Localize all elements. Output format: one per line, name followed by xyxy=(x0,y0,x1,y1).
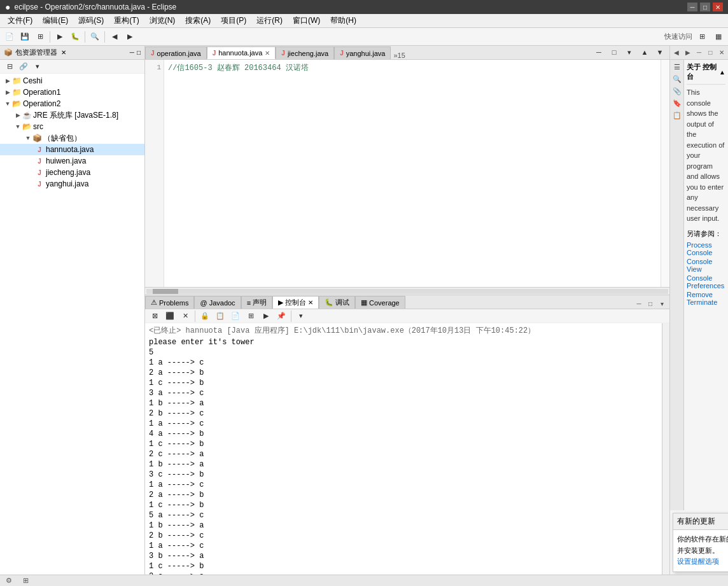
tab-console[interactable]: ▶ 控制台 ✕ xyxy=(272,296,319,309)
editor-menu[interactable]: ▾ xyxy=(622,46,636,59)
console-panel-minimize[interactable]: ─ xyxy=(634,298,644,309)
debug-button[interactable]: 🐛 xyxy=(68,30,82,44)
tab-hannuota-close[interactable]: ✕ xyxy=(265,50,270,57)
console-output-line: 3 a -----> c xyxy=(149,388,658,398)
console-scroll-lock[interactable]: 🔒 xyxy=(198,309,212,323)
link-console-view[interactable]: Console View xyxy=(687,258,725,273)
right-panel-close[interactable]: ✕ xyxy=(717,47,727,59)
run-button[interactable]: ▶ xyxy=(53,30,67,44)
close-button[interactable]: ✕ xyxy=(713,3,723,11)
console-scrollbar[interactable] xyxy=(662,323,669,575)
console-panel-menu[interactable]: ▾ xyxy=(657,298,667,309)
tab-javadoc[interactable]: @ Javadoc xyxy=(194,296,241,309)
right-panel: ◀ ▶ ─ □ ✕ ☰ 🔍 📎 🔖 📋 关于 控制台 ▲ xyxy=(669,46,728,575)
tab-yanghui[interactable]: J yanghui.java xyxy=(334,46,391,59)
tree-item-hannuota[interactable]: J hannuota.java xyxy=(0,144,144,155)
maximize-button[interactable]: □ xyxy=(700,3,710,11)
tree-item-default-pkg[interactable]: ▼ 📦 （缺省包） xyxy=(0,132,144,144)
tree-item-huiwen[interactable]: J huiwen.java xyxy=(0,155,144,167)
perspective-btn[interactable]: ⊞ xyxy=(695,30,709,44)
nav-related[interactable]: 📎 xyxy=(671,85,683,97)
tree-item-operation1[interactable]: ▶ 📁 Operation1 xyxy=(0,87,144,98)
menu-edit[interactable]: 编辑(E) xyxy=(38,14,73,27)
status-icon-1[interactable]: ⚙ xyxy=(4,576,14,586)
sidebar-menu[interactable]: ▾ xyxy=(31,60,45,74)
console-output[interactable]: <已终止> hannuota [Java 应用程序] E:\jdk\111\bi… xyxy=(145,323,662,575)
about-console-scroll-up[interactable]: ▲ xyxy=(719,69,725,76)
search-toolbar-btn[interactable]: 🔍 xyxy=(88,30,102,44)
sidebar-link-editor[interactable]: 🔗 xyxy=(17,60,31,74)
console-icon: ▶ xyxy=(278,298,283,307)
sidebar-minimize[interactable]: ─ xyxy=(130,49,134,56)
menu-help[interactable]: 帮助(H) xyxy=(325,14,361,27)
console-run[interactable]: ▶ xyxy=(259,309,273,323)
scrollbar-thumb[interactable] xyxy=(153,289,178,294)
console-output-line: 1 b -----> a xyxy=(149,398,658,408)
update-notify-link[interactable]: 设置提醒选项 xyxy=(677,557,719,565)
console-pin[interactable]: 📌 xyxy=(274,309,288,323)
right-nav-forward[interactable]: ▶ xyxy=(683,47,693,59)
tab-hannuota[interactable]: J hannuota.java ✕ xyxy=(207,46,276,59)
prev-edit-button[interactable]: ◀ xyxy=(108,30,122,44)
right-panel-maximize[interactable]: □ xyxy=(705,47,715,59)
tree-item-src[interactable]: ▼ 📂 src xyxy=(0,121,144,132)
bottom-panel: ⚠ Problems @ Javadoc ≡ 声明 ▶ 控制台 ✕ xyxy=(145,295,669,575)
menu-refactor[interactable]: 重构(T) xyxy=(109,14,144,27)
nav-search[interactable]: 🔍 xyxy=(671,73,683,85)
console-select-all[interactable]: ⊞ xyxy=(244,309,258,323)
tab-overflow[interactable]: »15 xyxy=(391,52,407,59)
tree-item-ceshi[interactable]: ▶ 📁 Ceshi xyxy=(0,75,144,87)
save-button[interactable]: 💾 xyxy=(18,30,32,44)
tab-yanghui-label: yanghui.java xyxy=(346,50,386,57)
menu-file[interactable]: 文件(F) xyxy=(3,14,38,27)
menu-run[interactable]: 运行(R) xyxy=(251,14,288,27)
right-nav-back[interactable]: ◀ xyxy=(671,47,682,59)
console-panel-maximize[interactable]: □ xyxy=(645,298,655,309)
console-copy[interactable]: 📋 xyxy=(213,309,227,323)
tab-coverage[interactable]: ▦ Coverage xyxy=(355,296,405,309)
sidebar-maximize[interactable]: □ xyxy=(137,49,141,56)
editor-scrollbar-h[interactable] xyxy=(145,287,669,295)
tab-jiecheng[interactable]: J jiecheng.java xyxy=(276,46,334,59)
tab-problems[interactable]: ⚠ Problems xyxy=(145,296,194,309)
nav-content[interactable]: ☰ xyxy=(671,61,683,73)
menu-search[interactable]: 搜索(A) xyxy=(180,14,216,27)
console-stop[interactable]: ⬛ xyxy=(163,309,177,323)
console-menu2[interactable]: ▾ xyxy=(294,309,308,323)
huiwen-icon: J xyxy=(34,158,45,165)
console-clear[interactable]: ⊠ xyxy=(148,309,162,323)
minimize-button[interactable]: ─ xyxy=(687,3,697,11)
editor-maximize[interactable]: □ xyxy=(607,46,621,59)
link-process-console[interactable]: Process Console xyxy=(687,241,725,256)
link-console-prefs[interactable]: Console Preferences xyxy=(687,274,725,290)
tree-item-jre[interactable]: ▶ ☕ JRE 系统库 [JavaSE-1.8] xyxy=(0,109,144,121)
console-paste[interactable]: 📄 xyxy=(228,309,242,323)
new-button[interactable]: 📄 xyxy=(3,30,17,44)
link-remove-terminate[interactable]: Remove Terminate xyxy=(687,291,725,306)
next-edit-button[interactable]: ▶ xyxy=(123,30,137,44)
tree-item-yanghui[interactable]: J yanghui.java xyxy=(0,178,144,190)
menu-window[interactable]: 窗口(W) xyxy=(288,14,325,27)
console-output-line: 2 c -----> a xyxy=(149,449,658,459)
editor-scroll-down[interactable]: ▼ xyxy=(653,46,667,59)
menu-navigate[interactable]: 浏览(N) xyxy=(144,14,181,27)
tab-operation[interactable]: J operation.java xyxy=(145,46,207,59)
editor-minimize[interactable]: ─ xyxy=(592,46,606,59)
code-area[interactable]: //信1605-3 赵春辉 20163464 汉诺塔 xyxy=(164,60,661,287)
editor-scroll-up[interactable]: ▲ xyxy=(638,46,652,59)
tree-item-jiecheng[interactable]: J jiecheng.java xyxy=(0,167,144,178)
status-icon-2[interactable]: ⊞ xyxy=(20,576,31,586)
scrollbar-track[interactable] xyxy=(146,289,668,294)
save-all-button[interactable]: ⊞ xyxy=(33,30,47,44)
tab-declaration[interactable]: ≡ 声明 xyxy=(241,296,272,309)
console-terminate[interactable]: ✕ xyxy=(178,309,192,323)
nav-bookmark[interactable]: 🔖 xyxy=(671,97,683,109)
tree-item-operation2[interactable]: ▼ 📂 Operation2 xyxy=(0,98,144,109)
menu-project[interactable]: 项目(P) xyxy=(216,14,251,27)
right-panel-minimize[interactable]: ─ xyxy=(694,47,704,59)
view-btn[interactable]: ▦ xyxy=(711,30,725,44)
sidebar-collapse-all[interactable]: ⊟ xyxy=(3,60,17,74)
nav-index[interactable]: 📋 xyxy=(671,109,683,121)
tab-debug[interactable]: 🐛 调试 xyxy=(319,296,355,309)
menu-source[interactable]: 源码(S) xyxy=(73,14,109,27)
